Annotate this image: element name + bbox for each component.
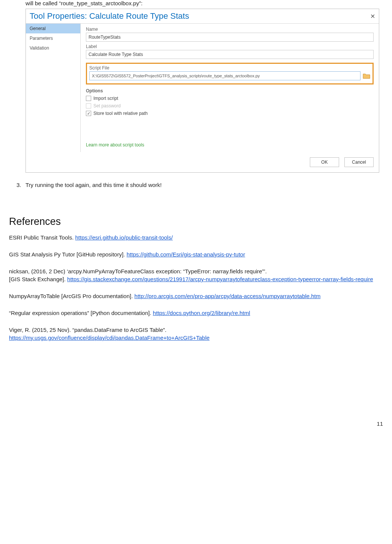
label-input[interactable]: Calculate Route Type Stats [86,50,374,59]
browse-folder-icon[interactable] [363,72,370,79]
step-number: 3. [17,182,26,188]
close-icon[interactable]: ✕ [370,13,375,20]
ref-1-link[interactable]: https://esri.github.io/public-transit-to… [75,234,173,241]
store-relative-checkbox[interactable]: ✓Store tool with relative path [86,111,374,116]
ref-2-link[interactable]: https://github.com/Esri/gis-stat-analysi… [126,251,245,258]
ref-6-text: Viger, R. (2015, 25 Nov). “pandas.DataFr… [9,327,167,333]
references-heading: References [9,216,383,228]
ref-5-text: “Regular expression operations” [Python … [9,310,153,316]
cancel-button[interactable]: Cancel [344,157,374,167]
script-file-highlight: Script File X:\GIS5572\GIS5572_PosterPro… [86,63,374,84]
step-text: Try running the tool again, and this tim… [26,182,162,188]
name-label: Name [86,27,374,32]
ref-4-text: NumpyArrayToTable [ArcGIS Pro documentat… [9,293,134,299]
sidebar-item-validation[interactable]: Validation [26,43,80,53]
dialog-title: Tool Properties: Calculate Route Type St… [30,11,370,21]
ref-3-text-line2: [GIS Stack Exchange]. [9,276,67,282]
ref-4-link[interactable]: http://pro.arcgis.com/en/pro-app/arcpy/d… [134,293,320,299]
script-file-label: Script File [89,65,370,71]
set-password-label: Set password [93,103,121,108]
ref-3-text-line1: nicksan, (2016, 2 Dec) ‘arcpy.NumPyArray… [9,268,267,274]
intro-text: will be called “route_type_stats_arctool… [26,0,383,6]
dialog-footer: OK Cancel [26,152,379,172]
step-3: 3. Try running the tool again, and this … [17,182,383,188]
ref-2-text: GIS Stat Analysis Py Tutor [GitHub repos… [9,251,126,258]
ref-1-text: ESRI Public Transit Tools. [9,234,75,241]
store-relative-label: Store tool with relative path [93,111,148,116]
import-script-label: Import script [93,96,118,101]
sidebar-item-parameters[interactable]: Parameters [26,33,80,43]
dialog-title-bar: Tool Properties: Calculate Route Type St… [26,9,379,23]
ref-5-link[interactable]: https://docs.python.org/2/library/re.htm… [153,310,250,316]
label-label: Label [86,44,374,49]
options-header: Options [86,88,374,93]
ref-2: GIS Stat Analysis Py Tutor [GitHub repos… [9,250,383,258]
ok-button[interactable]: OK [310,157,339,167]
ref-1: ESRI Public Transit Tools. https://esri.… [9,234,383,241]
ref-4: NumpyArrayToTable [ArcGIS Pro documentat… [9,292,383,300]
script-file-input[interactable]: X:\GIS5572\GIS5572_PosterProject\GTFS_an… [89,71,360,80]
ref-6: Viger, R. (2015, 25 Nov). “pandas.DataFr… [9,326,383,342]
name-input[interactable]: RouteTypeStats [86,33,374,42]
dialog-main-panel: Name RouteTypeStats Label Calculate Rout… [81,23,379,152]
import-script-checkbox[interactable]: Import script [86,96,374,101]
ref-3: nicksan, (2016, 2 Dec) ‘arcpy.NumPyArray… [9,267,383,283]
sidebar-item-general[interactable]: General [26,24,80,33]
learn-more-link[interactable]: Learn more about script tools [86,142,374,148]
dialog-sidebar: General Parameters Validation [26,23,81,152]
ref-6-link[interactable]: https://my.usgs.gov/confluence/display/c… [9,335,210,341]
ref-3-link[interactable]: https://gis.stackexchange.com/questions/… [67,276,373,282]
tool-properties-dialog: Tool Properties: Calculate Route Type St… [26,9,379,173]
page-number: 11 [9,420,383,427]
set-password-checkbox: Set password [86,103,374,108]
ref-5: “Regular expression operations” [Python … [9,309,383,317]
